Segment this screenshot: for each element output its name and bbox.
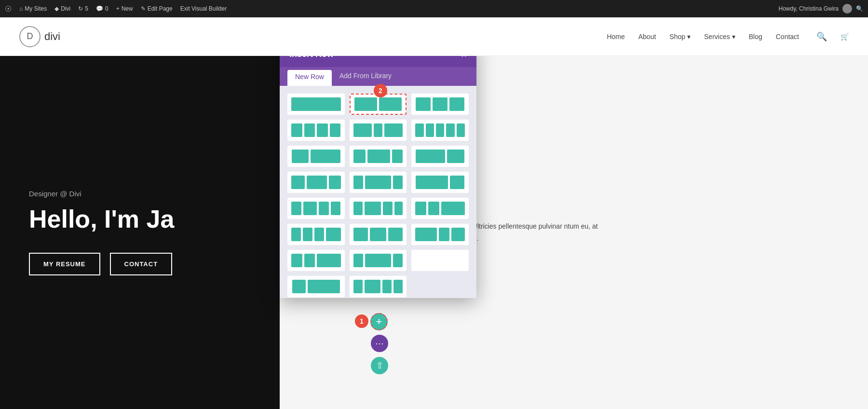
- layout-3col-v4b[interactable]: [350, 172, 407, 193]
- updates-link[interactable]: ↻ 5: [78, 5, 88, 12]
- avatar: [842, 4, 852, 14]
- layout-2col-right[interactable]: [411, 146, 469, 167]
- layout-3col-v7a[interactable]: [287, 250, 345, 271]
- layout-1col[interactable]: [287, 94, 345, 115]
- layout-4col-v5a[interactable]: [287, 198, 345, 219]
- layout-5col[interactable]: [411, 120, 469, 141]
- site-nav: Home About Shop ▾ Services ▾ Blog Contac…: [607, 31, 849, 42]
- layout-3col-v5c[interactable]: [411, 198, 469, 219]
- user-greeting: Howdy, Christina Gwira: [779, 5, 839, 12]
- layout-3col-v4a[interactable]: [287, 172, 345, 193]
- divi-link[interactable]: ◆ Divi: [54, 5, 70, 12]
- layout-4col-v8b[interactable]: [350, 276, 407, 297]
- pencil-icon: ✎: [141, 5, 146, 12]
- plus-icon: +: [376, 315, 382, 328]
- wp-icon[interactable]: ☉: [5, 4, 12, 14]
- more-options-button[interactable]: ⋯: [371, 335, 388, 352]
- my-sites-link[interactable]: ⌂ My Sites: [19, 5, 47, 12]
- refresh-icon: ↻: [78, 5, 83, 12]
- plus-icon: +: [116, 5, 120, 12]
- hero-left: Designer @ Divi Hello, I'm Ja MY RESUME …: [0, 56, 280, 409]
- layout-4col[interactable]: [287, 120, 345, 141]
- arrow-up-icon: ⇧: [376, 360, 383, 371]
- layout-3col-v7b[interactable]: [350, 250, 407, 271]
- hero-title: Hello, I'm Ja: [29, 205, 251, 233]
- modal-body: [280, 86, 476, 298]
- logo-circle: D: [19, 26, 41, 47]
- site-logo[interactable]: D divi: [19, 26, 60, 47]
- admin-bar: ☉ ⌂ My Sites ◆ Divi ↻ 5 💬 0 + New ✎ Edit…: [0, 0, 868, 17]
- comment-icon: 💬: [96, 5, 103, 12]
- nav-blog[interactable]: Blog: [749, 33, 762, 41]
- layout-2col-left[interactable]: [287, 146, 345, 167]
- insert-row-modal: Insert Row × New Row Add From Library: [280, 41, 476, 298]
- layout-3col-v6c[interactable]: [411, 224, 469, 245]
- exit-visual-builder-link[interactable]: Exit Visual Builder: [180, 5, 227, 12]
- hero-subtitle: Designer @ Divi: [29, 190, 251, 198]
- tab-new-row[interactable]: New Row: [287, 70, 332, 86]
- layout-empty-7c[interactable]: [411, 250, 469, 271]
- nav-services[interactable]: Services ▾: [704, 33, 735, 41]
- nav-search-icon[interactable]: 🔍: [816, 31, 827, 42]
- new-link[interactable]: + New: [116, 5, 133, 12]
- layout-3col-v6b[interactable]: [350, 224, 407, 245]
- layout-3col-equal[interactable]: [411, 94, 469, 115]
- hero-buttons: MY RESUME CONTACT: [29, 253, 251, 275]
- chevron-down-icon: ▾: [732, 33, 735, 41]
- nav-shop[interactable]: Shop ▾: [669, 33, 691, 41]
- contact-button[interactable]: CONTACT: [110, 253, 173, 275]
- layout-3col-uneven[interactable]: [350, 146, 407, 167]
- nav-home[interactable]: Home: [607, 33, 624, 41]
- ellipsis-icon: ⋯: [375, 338, 384, 349]
- home-icon: ⌂: [19, 5, 23, 12]
- modal-tabs: New Row Add From Library: [280, 67, 476, 86]
- step-1-badge: 1: [355, 314, 368, 328]
- page-wrapper: D divi Home About Shop ▾ Services ▾ Blog: [0, 17, 868, 409]
- nav-cart-icon[interactable]: 🛒: [841, 33, 849, 41]
- nav-contact[interactable]: Contact: [776, 33, 799, 41]
- resume-button[interactable]: MY RESUME: [29, 253, 100, 275]
- site-header: D divi Home About Shop ▾ Services ▾ Blog: [0, 17, 868, 56]
- search-icon[interactable]: 🔍: [856, 5, 863, 12]
- comments-link[interactable]: 💬 0: [96, 5, 108, 12]
- nav-about[interactable]: About: [638, 33, 656, 41]
- tab-add-from-library[interactable]: Add From Library: [332, 67, 399, 86]
- scroll-up-button[interactable]: ⇧: [371, 357, 388, 374]
- add-row-button[interactable]: +: [370, 313, 388, 330]
- divi-icon: ◆: [54, 5, 59, 12]
- chevron-down-icon: ▾: [687, 33, 691, 41]
- step-2-badge: 2: [374, 84, 387, 97]
- admin-bar-right: Howdy, Christina Gwira 🔍: [779, 4, 863, 14]
- layout-4col-v5b[interactable]: [350, 198, 407, 219]
- layout-4col-v6a[interactable]: [287, 224, 345, 245]
- layout-2-1-2[interactable]: [350, 120, 407, 141]
- layout-2col-v4c[interactable]: [411, 172, 469, 193]
- edit-page-link[interactable]: ✎ Edit Page: [141, 5, 173, 12]
- layout-2col-v8a[interactable]: [287, 276, 345, 297]
